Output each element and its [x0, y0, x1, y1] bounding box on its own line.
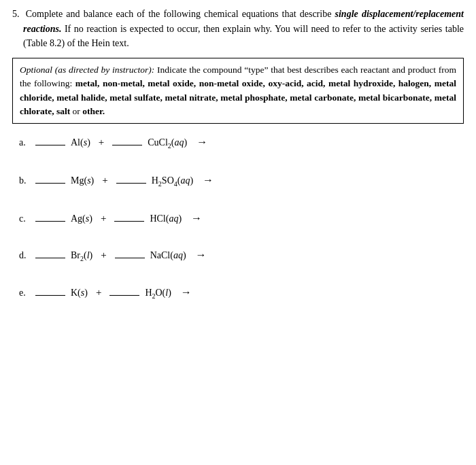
intro-section: 5. Complete and balance each of the foll… — [12, 7, 464, 51]
reaction-number-a: a. — [19, 137, 31, 148]
reactant-b2: H2SO4(aq) — [152, 175, 193, 188]
plus-c: + — [101, 213, 106, 224]
plus-e: + — [96, 287, 101, 298]
reactant-a1: Al(s) — [71, 137, 90, 148]
intro-text-start: Complete and balance each of the followi… — [26, 9, 335, 19]
blank-d1 — [35, 258, 65, 258]
optional-label: Optional (as directed by instructor): — [20, 65, 154, 75]
optional-box: Optional (as directed by instructor): In… — [12, 58, 464, 124]
blank-b2 — [116, 183, 146, 184]
intro-text-mid: If no reaction is expected to occur, the… — [23, 24, 464, 49]
reactions-container: a. Al(s) + CuCl2(aq) → b. Mg(s) + H2SO4(… — [12, 136, 464, 300]
arrow-e: → — [181, 286, 192, 298]
reaction-number-d: d. — [19, 250, 31, 261]
optional-or: or — [70, 106, 82, 116]
reactant-d2: NaCl(aq) — [150, 250, 186, 261]
reaction-number-b: b. — [19, 175, 31, 186]
optional-other: other. — [82, 106, 105, 116]
blank-a2 — [112, 145, 142, 145]
blank-c2 — [114, 221, 144, 222]
reaction-row-d: d. Br2(l) + NaCl(aq) → — [19, 249, 464, 262]
reaction-row-b: b. Mg(s) + H2SO4(aq) → — [19, 174, 464, 188]
blank-b1 — [35, 183, 65, 184]
arrow-b: → — [203, 174, 214, 186]
blank-e1 — [35, 295, 65, 296]
arrow-a: → — [197, 136, 207, 148]
reactant-d1: Br2(l) — [71, 250, 92, 262]
arrow-c: → — [191, 212, 202, 224]
plus-d: + — [101, 249, 106, 261]
plus-b: + — [102, 175, 107, 186]
reactant-e2: H2O(l) — [145, 288, 171, 300]
blank-c1 — [35, 221, 65, 222]
reaction-number-e: e. — [19, 288, 31, 298]
blank-d2 — [115, 258, 145, 258]
arrow-d: → — [196, 249, 207, 261]
blank-e2 — [109, 295, 139, 296]
reaction-row-c: c. Ag(s) + HCl(aq) → — [19, 212, 464, 224]
reaction-row-e: e. K(s) + H2O(l) → — [19, 286, 464, 300]
intro-number: 5. — [12, 9, 20, 19]
reactant-a2: CuCl2(aq) — [148, 137, 187, 150]
reactant-e1: K(s) — [71, 288, 88, 298]
blank-a1 — [35, 145, 65, 145]
plus-a: + — [99, 137, 104, 148]
reaction-row-a: a. Al(s) + CuCl2(aq) → — [19, 136, 464, 150]
reaction-number-c: c. — [19, 213, 31, 224]
reactant-c1: Ag(s) — [71, 213, 92, 224]
reactant-c2: HCl(aq) — [150, 213, 182, 224]
reactant-b1: Mg(s) — [71, 175, 94, 186]
